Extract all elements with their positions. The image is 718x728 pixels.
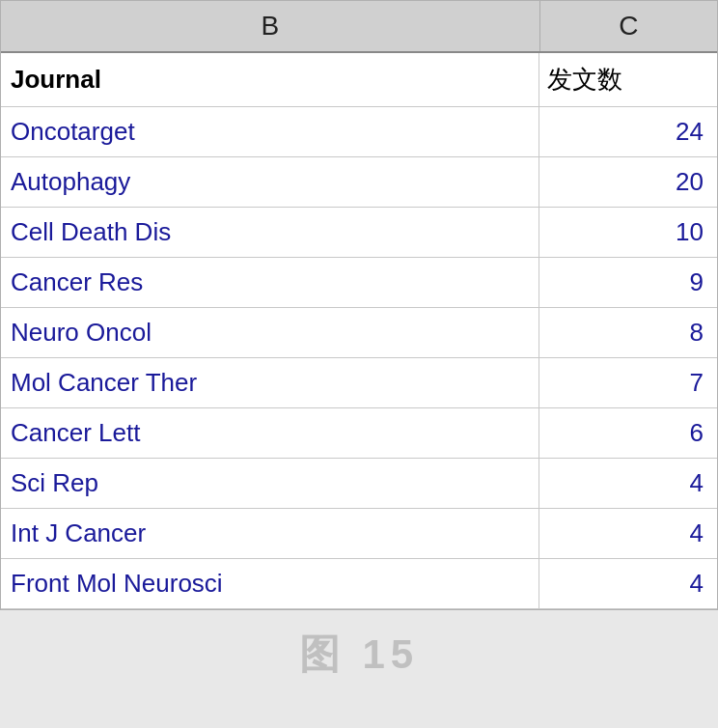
cell-journal: Autophagy bbox=[1, 157, 539, 207]
cell-count: 10 bbox=[539, 208, 717, 257]
table-row: Neuro Oncol8 bbox=[1, 308, 717, 358]
table-row: Cancer Lett6 bbox=[1, 408, 717, 459]
cell-count: 4 bbox=[539, 459, 717, 508]
table-row: Oncotarget24 bbox=[1, 107, 717, 157]
cell-journal: Oncotarget bbox=[1, 107, 539, 156]
cell-count: 7 bbox=[539, 358, 717, 407]
column-header-row: B C bbox=[1, 1, 717, 53]
header-count-label: 发文数 bbox=[539, 53, 717, 106]
caption-text: 图 15 bbox=[299, 628, 419, 682]
table-row: Mol Cancer Ther7 bbox=[1, 358, 717, 408]
cell-journal: Neuro Oncol bbox=[1, 308, 539, 357]
cell-journal: Sci Rep bbox=[1, 459, 539, 508]
table-row: Front Mol Neurosci4 bbox=[1, 559, 717, 609]
col-b-header: B bbox=[1, 1, 540, 51]
table-row: Autophagy20 bbox=[1, 157, 717, 208]
cell-count: 9 bbox=[539, 258, 717, 307]
spreadsheet: B C Journal 发文数 Oncotarget24Autophagy20C… bbox=[0, 0, 718, 610]
cell-count: 8 bbox=[539, 308, 717, 357]
cell-journal: Mol Cancer Ther bbox=[1, 358, 539, 407]
cell-journal: Front Mol Neurosci bbox=[1, 559, 539, 608]
cell-journal: Cell Death Dis bbox=[1, 208, 539, 257]
cell-journal: Cancer Lett bbox=[1, 408, 539, 458]
table-row: Cancer Res9 bbox=[1, 258, 717, 308]
cell-journal: Int J Cancer bbox=[1, 509, 539, 558]
col-c-header: C bbox=[540, 1, 718, 51]
cell-count: 6 bbox=[539, 408, 717, 458]
cell-count: 20 bbox=[539, 157, 717, 207]
cell-count: 4 bbox=[539, 559, 717, 608]
cell-count: 4 bbox=[539, 509, 717, 558]
table-row: Cell Death Dis10 bbox=[1, 208, 717, 258]
cell-count: 24 bbox=[539, 107, 717, 156]
table-row: Int J Cancer4 bbox=[1, 509, 717, 559]
table-body: Oncotarget24Autophagy20Cell Death Dis10C… bbox=[1, 107, 717, 609]
table-row: Sci Rep4 bbox=[1, 459, 717, 509]
cell-journal: Cancer Res bbox=[1, 258, 539, 307]
table-header-row: Journal 发文数 bbox=[1, 53, 717, 107]
header-journal-label: Journal bbox=[1, 53, 539, 106]
caption-row: 图 15 bbox=[0, 610, 718, 691]
